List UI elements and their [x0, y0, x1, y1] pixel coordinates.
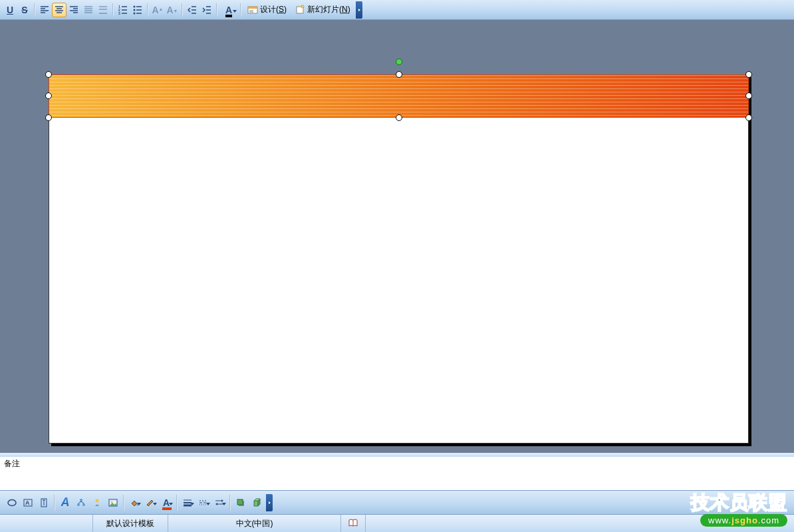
distribute-button[interactable] — [96, 3, 110, 17]
oval-tool-button[interactable] — [4, 495, 20, 511]
vertical-text-button[interactable] — [36, 495, 52, 511]
status-slide-cell — [0, 515, 93, 532]
svg-marker-69 — [215, 503, 217, 505]
diagram-icon — [76, 497, 86, 508]
bucket-icon — [129, 497, 140, 508]
status-spellcheck-cell[interactable] — [341, 515, 366, 532]
design-button[interactable]: 设计(S) — [243, 3, 291, 17]
drawing-toolbar: A A A — [0, 490, 794, 514]
align-center-button[interactable] — [52, 3, 66, 17]
dash-style-button[interactable] — [196, 495, 211, 511]
resize-handle-sw[interactable] — [45, 114, 52, 121]
bullet-list-button[interactable] — [130, 3, 145, 17]
toolbar-options-button[interactable] — [356, 1, 362, 19]
oval-icon — [7, 497, 17, 508]
design-label: 设计(S) — [260, 5, 287, 14]
svg-point-51 — [80, 499, 82, 501]
svg-point-56 — [96, 499, 99, 502]
cube-icon — [251, 497, 262, 508]
brush-icon — [145, 497, 156, 508]
svg-point-53 — [82, 503, 85, 506]
svg-text:3: 3 — [118, 11, 120, 15]
slide-container[interactable] — [49, 74, 749, 444]
numbered-list-button[interactable]: 123 — [116, 3, 130, 17]
separator — [216, 3, 217, 17]
align-right-button[interactable] — [66, 3, 81, 17]
decrease-font-button[interactable]: A▼ — [165, 3, 180, 17]
line-weight-button[interactable] — [180, 495, 196, 511]
strikethrough-button[interactable]: S — [17, 3, 32, 17]
wordart-button[interactable]: A — [57, 495, 73, 511]
vertical-text-icon — [39, 497, 49, 508]
justify-button[interactable] — [81, 3, 96, 17]
resize-handle-nw[interactable] — [45, 71, 52, 78]
line-color-button[interactable] — [142, 495, 158, 511]
svg-point-59 — [137, 503, 139, 505]
svg-point-58 — [111, 501, 113, 503]
shadow-button[interactable] — [233, 495, 249, 511]
book-icon — [348, 518, 358, 529]
svg-point-42 — [301, 5, 304, 8]
notes-placeholder[interactable]: 备注 — [0, 457, 794, 471]
svg-rect-71 — [237, 499, 243, 505]
svg-text:A: A — [25, 499, 30, 506]
svg-line-54 — [78, 501, 81, 503]
3d-button[interactable] — [249, 495, 265, 511]
text-box-button[interactable]: A — [20, 495, 36, 511]
resize-handle-e[interactable] — [745, 92, 752, 99]
line-weight-icon — [182, 497, 193, 508]
font-color-button[interactable]: A — [158, 495, 174, 511]
formatting-toolbar: U S 123 A▲ A▼ A — [0, 0, 794, 20]
new-slide-icon — [295, 5, 305, 15]
status-bar: 默认设计模板 中文(中国) — [0, 514, 794, 532]
svg-marker-67 — [221, 499, 223, 502]
separator — [240, 3, 241, 17]
decrease-indent-button[interactable] — [185, 3, 199, 17]
resize-handle-s[interactable] — [396, 114, 402, 121]
resize-handle-n[interactable] — [396, 71, 402, 78]
clipart-button[interactable] — [89, 495, 105, 511]
svg-point-52 — [77, 503, 80, 506]
selected-shape[interactable] — [49, 74, 749, 118]
svg-marker-72 — [254, 501, 258, 506]
resize-handle-w[interactable] — [45, 92, 52, 99]
separator — [123, 495, 124, 511]
new-slide-label: 新幻灯片(N) — [307, 5, 350, 14]
slide-workspace — [0, 20, 794, 450]
status-template-cell: 默认设计模板 — [93, 515, 168, 532]
font-color-button[interactable]: A — [219, 3, 238, 17]
svg-point-27 — [134, 9, 136, 11]
dash-icon — [198, 497, 209, 508]
rotation-handle[interactable] — [396, 59, 402, 65]
separator — [229, 495, 231, 511]
toolbar-options-button[interactable] — [266, 494, 273, 511]
align-left-button[interactable] — [37, 3, 52, 17]
svg-rect-38 — [248, 7, 257, 9]
arrows-icon — [214, 497, 225, 508]
arrow-style-button[interactable] — [211, 495, 227, 511]
svg-line-55 — [81, 501, 84, 503]
resize-handle-se[interactable] — [745, 114, 752, 121]
separator — [112, 3, 114, 17]
notes-pane[interactable]: 备注 — [0, 450, 794, 490]
increase-indent-button[interactable] — [199, 3, 214, 17]
clipart-icon — [92, 497, 102, 508]
new-slide-button[interactable]: 新幻灯片(N) — [291, 3, 354, 17]
fill-color-button[interactable] — [126, 495, 142, 511]
textbox-icon: A — [23, 497, 33, 508]
picture-icon — [108, 497, 118, 508]
increase-font-button[interactable]: A▲ — [150, 3, 165, 17]
insert-picture-button[interactable] — [105, 495, 121, 511]
separator — [54, 495, 55, 511]
separator — [182, 3, 183, 17]
svg-point-29 — [134, 12, 136, 14]
separator — [34, 3, 35, 17]
diagram-button[interactable] — [73, 495, 89, 511]
separator — [147, 3, 148, 17]
underline-button[interactable]: U — [3, 3, 17, 17]
status-language-cell: 中文(中国) — [168, 515, 341, 532]
resize-handle-ne[interactable] — [745, 71, 752, 78]
slide[interactable] — [49, 74, 749, 444]
design-icon — [247, 5, 258, 15]
svg-point-25 — [134, 5, 136, 7]
